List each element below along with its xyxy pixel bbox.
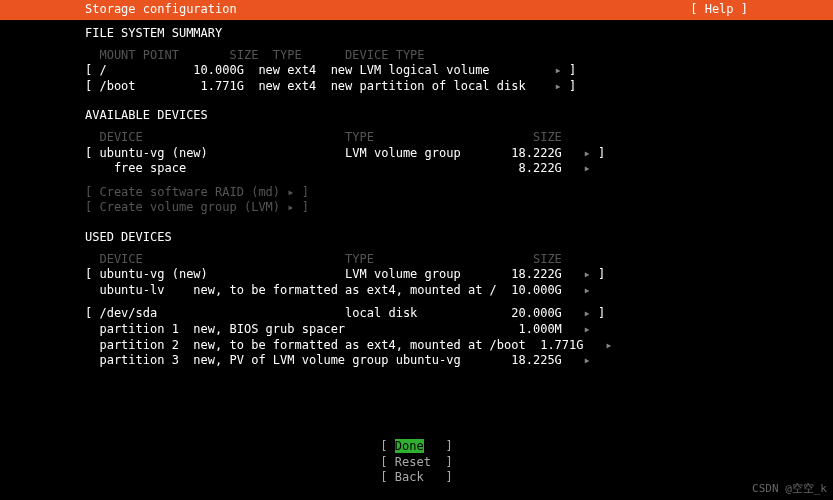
create-action[interactable]: [ Create software RAID (md) ▸ ]	[85, 185, 748, 201]
create-action[interactable]: [ Create volume group (LVM) ▸ ]	[85, 200, 748, 216]
available-header: AVAILABLE DEVICES	[85, 108, 748, 124]
device-row[interactable]: free space 8.222G ▸	[85, 161, 748, 177]
reset-button[interactable]: [ Reset ]	[380, 455, 452, 469]
fs-row[interactable]: [ / 10.000G new ext4 new LVM logical vol…	[85, 63, 748, 79]
done-button[interactable]: [ Done ]	[380, 439, 452, 453]
available-devices-table: DEVICE TYPE SIZE[ ubuntu-vg (new) LVM vo…	[85, 130, 748, 177]
fs-row[interactable]: [ /boot 1.771G new ext4 new partition of…	[85, 79, 748, 95]
device-group-head[interactable]: [ ubuntu-vg (new) LVM volume group 18.22…	[85, 267, 748, 283]
footer-buttons: [ Done ] [ Reset ] [ Back ]	[0, 439, 833, 486]
device-child-row[interactable]: partition 2 new, to be formatted as ext4…	[85, 338, 748, 354]
device-child-row[interactable]: partition 3 new, PV of LVM volume group …	[85, 353, 748, 369]
watermark: CSDN @空空_k	[752, 482, 827, 496]
device-group-head[interactable]: [ /dev/sda local disk 20.000G ▸ ]	[85, 306, 748, 322]
table-header: MOUNT POINT SIZE TYPE DEVICE TYPE	[85, 48, 748, 64]
fs-summary-table: MOUNT POINT SIZE TYPE DEVICE TYPE [ / 10…	[85, 48, 748, 95]
fs-summary-header: FILE SYSTEM SUMMARY	[85, 26, 748, 42]
title-bar: Storage configuration [ Help ]	[0, 0, 833, 20]
used-devices-table: DEVICE TYPE SIZE[ ubuntu-vg (new) LVM vo…	[85, 252, 748, 369]
table-header: DEVICE TYPE SIZE	[85, 252, 748, 268]
used-header: USED DEVICES	[85, 230, 748, 246]
help-button[interactable]: [ Help ]	[690, 2, 748, 18]
main-content: FILE SYSTEM SUMMARY MOUNT POINT SIZE TYP…	[0, 20, 833, 369]
back-button[interactable]: [ Back ]	[380, 470, 452, 484]
available-actions: [ Create software RAID (md) ▸ ][ Create …	[85, 185, 748, 216]
device-child-row[interactable]: partition 1 new, BIOS grub spacer 1.000M…	[85, 322, 748, 338]
table-header: DEVICE TYPE SIZE	[85, 130, 748, 146]
page-title: Storage configuration	[85, 2, 237, 18]
device-child-row[interactable]: ubuntu-lv new, to be formatted as ext4, …	[85, 283, 748, 299]
device-row[interactable]: [ ubuntu-vg (new) LVM volume group 18.22…	[85, 146, 748, 162]
